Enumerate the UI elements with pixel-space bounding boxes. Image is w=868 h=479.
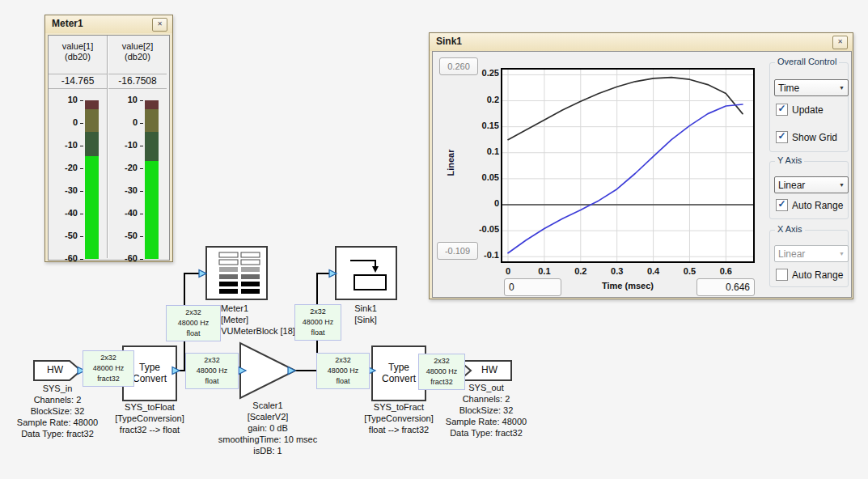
x-tick: 0.6 (709, 266, 742, 276)
chevron-down-icon: ▼ (839, 182, 845, 188)
y-tick: 0.25 (460, 68, 499, 78)
meter-scale-tick: -40 (50, 208, 78, 218)
checkbox-box[interactable]: ✓ (776, 104, 788, 116)
x-max-field[interactable]: 0.646 (697, 278, 755, 296)
meter-bar-segment (145, 100, 159, 109)
meter-bar-segment (145, 161, 159, 259)
scaler-caption: Scaler1[ScalerV2] gain: 0 dBsmoothingTim… (194, 400, 341, 456)
meter-tick-mark (140, 168, 143, 169)
plot-frame (501, 68, 755, 263)
wire-label: 2x3248000 Hzfloat (294, 304, 341, 341)
x-tick: 0 (492, 266, 524, 276)
checkbox-label: Auto Range (792, 269, 843, 281)
hw-out-caption: SYS_outChannels: 2 BlockSize: 32Sample R… (429, 382, 544, 439)
meter-scale-tick: -50 (50, 231, 78, 240)
y-tick: 0.1 (460, 146, 499, 156)
meter-bar-segment (85, 109, 99, 132)
meter-scale-tick: -40 (110, 208, 138, 218)
meter-bar-segment (85, 156, 99, 259)
y-tick: 0 (460, 198, 499, 208)
y-tick: 0.15 (460, 121, 499, 130)
meter-scale-tick: -20 (50, 163, 78, 172)
meter-channel-1: value[1] (db20) -14.765 100-10-20-30-40-… (49, 36, 107, 258)
plot-area[interactable] (502, 70, 753, 261)
meter-tick-mark (140, 146, 143, 146)
checkbox-box[interactable] (776, 269, 788, 281)
x-tick: 0.1 (528, 266, 561, 276)
meter-scale-tick: -10 (110, 140, 138, 150)
meter-window-titlebar[interactable]: Meter1 ✕ (45, 15, 172, 33)
x-auto-range-checkbox[interactable]: Auto Range (776, 269, 843, 281)
x-tick: 0.4 (637, 266, 670, 276)
meter-scale-tick: -60 (50, 253, 78, 263)
meter-scale-tick: 10 (110, 95, 138, 104)
meter-channel-2-bar: 100-10-20-30-40-50-60 (108, 89, 167, 259)
meter-tick-mark (80, 168, 83, 169)
y-axis-group: Y Axis Linear ▼ ✓ Auto Range (769, 161, 849, 219)
checkbox-box[interactable]: ✓ (776, 131, 788, 143)
hw-in-label: HW (34, 364, 76, 375)
sink-window: Sink1 ✕ 0.260 -0.109 Linear 0.250.20.150… (429, 32, 853, 299)
meter-bar-segment (85, 100, 99, 109)
meter-tick-mark (80, 123, 83, 124)
x-axis-label: Time (msec) (531, 281, 725, 290)
meter-tick-mark (80, 146, 83, 146)
mode-dropdown-value: Time (778, 83, 799, 94)
meter-scale-tick: -50 (110, 231, 138, 240)
y-auto-range-checkbox[interactable]: ✓ Auto Range (776, 199, 843, 211)
type-convert-1-caption: SYS_toFloat[TypeConversion] fract32 --> … (93, 401, 206, 435)
port-pin[interactable] (199, 270, 206, 278)
y-tick-labels: 0.250.20.150.10.050-0.05-0.1 (460, 70, 499, 261)
sink-block[interactable] (336, 247, 396, 299)
y-axis-label: Linear (446, 138, 457, 187)
meter-tick-mark (80, 236, 83, 237)
y-scale-dropdown[interactable]: Linear ▼ (774, 176, 849, 193)
checkbox-box[interactable]: ✓ (776, 199, 788, 211)
sink-window-title: Sink1 (436, 36, 462, 47)
meter-tick-mark (140, 191, 143, 192)
meter-tick-mark (80, 191, 83, 192)
meter-scale-tick: -60 (110, 253, 138, 263)
meter-tick-mark (140, 236, 143, 237)
meter-tick-mark (80, 100, 83, 101)
y-scale-dropdown-value: Linear (778, 180, 805, 191)
scaler-block[interactable] (240, 343, 295, 398)
checkbox-label: Show Grid (792, 132, 837, 143)
wire-label: 2x3248000 Hzfloat (316, 353, 370, 389)
hw-out-label: HW (468, 364, 511, 375)
x-tick: 0.3 (601, 266, 633, 276)
meter-channel-2-value: -16.7508 (108, 74, 167, 89)
meter-bar-segment (145, 109, 159, 132)
update-checkbox[interactable]: ✓ Update (776, 104, 824, 116)
meter-bar-segment (85, 132, 99, 156)
chevron-down-icon: ▼ (839, 85, 845, 91)
x-tick: 0.2 (565, 266, 597, 276)
checkbox-label: Auto Range (792, 200, 843, 211)
wire-label: 2x3248000 Hzfract32 (418, 354, 465, 390)
wire-label: 2x3248000 Hzfract32 (83, 350, 134, 387)
y-tick: -0.05 (460, 224, 499, 234)
y-tick: -0.1 (460, 250, 499, 260)
sink-window-titlebar[interactable]: Sink1 ✕ (430, 33, 853, 51)
chevron-down-icon: ▼ (839, 251, 845, 256)
close-icon[interactable]: ✕ (832, 36, 848, 49)
x-scale-dropdown-value: Linear (778, 248, 805, 260)
y-axis-legend: Y Axis (775, 155, 804, 165)
x-axis-legend: X Axis (775, 224, 805, 234)
meter-tick-mark (140, 259, 143, 260)
wire-label: 2x3248000 Hzfloat (166, 305, 221, 341)
y-tick: 0.2 (460, 95, 499, 104)
mode-dropdown[interactable]: Time ▼ (774, 79, 849, 96)
meter-tick-mark (80, 214, 83, 214)
meter-scale-tick: -30 (50, 185, 78, 195)
close-icon[interactable]: ✕ (152, 18, 167, 32)
meter-scale-tick: 0 (50, 117, 78, 127)
x-tick-labels: 00.10.20.30.40.50.6 (501, 266, 755, 278)
meter-scale-tick: 10 (50, 95, 78, 104)
meter-bar-segment (145, 132, 159, 161)
meter-scale-tick: 0 (110, 117, 138, 127)
x-scale-dropdown: Linear ▼ (774, 245, 849, 262)
show-grid-checkbox[interactable]: ✓ Show Grid (776, 131, 837, 143)
meter-tick-mark (80, 259, 83, 260)
meter-scale-tick: -20 (110, 163, 138, 172)
